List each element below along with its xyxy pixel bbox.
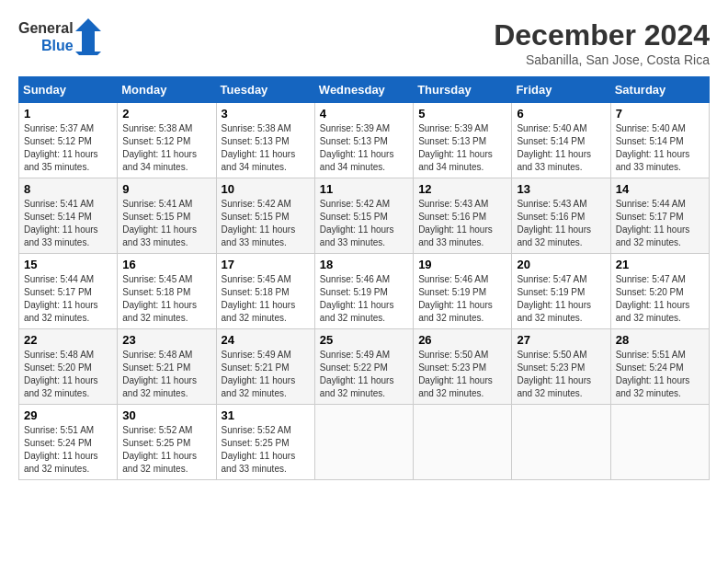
header-sunday: Sunday [19, 77, 118, 103]
table-cell: 2Sunrise: 5:38 AMSunset: 5:12 PMDaylight… [118, 103, 216, 178]
day-number: 20 [517, 258, 605, 271]
day-number: 6 [517, 107, 605, 121]
day-info: Sunrise: 5:39 AMSunset: 5:13 PMDaylight:… [320, 122, 408, 174]
table-cell [414, 405, 512, 480]
day-info: Sunrise: 5:40 AMSunset: 5:14 PMDaylight:… [517, 122, 605, 174]
table-cell: 30Sunrise: 5:52 AMSunset: 5:25 PMDayligh… [118, 405, 216, 480]
day-number: 2 [122, 107, 210, 121]
table-cell: 1Sunrise: 5:37 AMSunset: 5:12 PMDaylight… [19, 103, 118, 178]
day-info: Sunrise: 5:40 AMSunset: 5:14 PMDaylight:… [616, 122, 704, 174]
day-info: Sunrise: 5:41 AMSunset: 5:14 PMDaylight:… [24, 198, 112, 249]
day-number: 10 [222, 182, 310, 196]
header-thursday: Thursday [414, 77, 512, 103]
calendar-header-row: Sunday Monday Tuesday Wednesday Thursday… [19, 77, 710, 103]
table-cell: 5Sunrise: 5:39 AMSunset: 5:13 PMDaylight… [414, 103, 512, 178]
logo: General Blue [18, 18, 101, 55]
day-info: Sunrise: 5:42 AMSunset: 5:15 PMDaylight:… [320, 198, 408, 249]
week-row-1: 1Sunrise: 5:37 AMSunset: 5:12 PMDaylight… [19, 103, 710, 178]
day-info: Sunrise: 5:44 AMSunset: 5:17 PMDaylight:… [616, 198, 704, 249]
day-number: 5 [418, 107, 506, 121]
day-info: Sunrise: 5:52 AMSunset: 5:25 PMDaylight:… [122, 424, 210, 476]
table-cell: 23Sunrise: 5:48 AMSunset: 5:21 PMDayligh… [118, 329, 216, 405]
day-number: 28 [616, 333, 704, 347]
day-number: 3 [222, 107, 310, 121]
day-info: Sunrise: 5:39 AMSunset: 5:13 PMDaylight:… [418, 122, 506, 174]
table-cell: 20Sunrise: 5:47 AMSunset: 5:19 PMDayligh… [512, 254, 610, 329]
day-number: 7 [616, 107, 704, 121]
day-number: 22 [24, 333, 112, 347]
day-number: 17 [222, 258, 310, 271]
table-cell: 8Sunrise: 5:41 AMSunset: 5:14 PMDaylight… [19, 178, 118, 254]
day-info: Sunrise: 5:43 AMSunset: 5:16 PMDaylight:… [517, 198, 605, 249]
day-number: 27 [517, 333, 605, 347]
day-number: 1 [24, 107, 112, 121]
week-row-4: 22Sunrise: 5:48 AMSunset: 5:20 PMDayligh… [19, 329, 710, 405]
table-cell: 15Sunrise: 5:44 AMSunset: 5:17 PMDayligh… [19, 254, 118, 329]
day-number: 11 [320, 182, 408, 196]
table-cell: 6Sunrise: 5:40 AMSunset: 5:14 PMDaylight… [512, 103, 610, 178]
svg-marker-0 [75, 18, 101, 55]
day-number: 9 [122, 182, 210, 196]
table-cell: 27Sunrise: 5:50 AMSunset: 5:23 PMDayligh… [512, 329, 610, 405]
day-info: Sunrise: 5:38 AMSunset: 5:13 PMDaylight:… [222, 122, 310, 174]
day-number: 30 [122, 408, 210, 422]
day-info: Sunrise: 5:43 AMSunset: 5:16 PMDaylight:… [418, 198, 506, 249]
day-number: 4 [320, 107, 408, 121]
day-number: 16 [122, 258, 210, 271]
day-number: 15 [24, 258, 112, 271]
day-info: Sunrise: 5:41 AMSunset: 5:15 PMDaylight:… [122, 198, 210, 249]
day-info: Sunrise: 5:49 AMSunset: 5:22 PMDaylight:… [320, 349, 408, 400]
day-info: Sunrise: 5:45 AMSunset: 5:18 PMDaylight:… [222, 273, 310, 325]
week-row-5: 29Sunrise: 5:51 AMSunset: 5:24 PMDayligh… [19, 405, 710, 480]
table-cell: 22Sunrise: 5:48 AMSunset: 5:20 PMDayligh… [19, 329, 118, 405]
table-cell: 11Sunrise: 5:42 AMSunset: 5:15 PMDayligh… [314, 178, 413, 254]
day-info: Sunrise: 5:48 AMSunset: 5:20 PMDaylight:… [24, 349, 112, 400]
table-cell: 18Sunrise: 5:46 AMSunset: 5:19 PMDayligh… [314, 254, 413, 329]
day-number: 25 [320, 333, 408, 347]
day-info: Sunrise: 5:52 AMSunset: 5:25 PMDaylight:… [222, 424, 310, 476]
day-number: 14 [616, 182, 704, 196]
day-number: 21 [616, 258, 704, 271]
header-wednesday: Wednesday [314, 77, 413, 103]
day-number: 13 [517, 182, 605, 196]
day-info: Sunrise: 5:44 AMSunset: 5:17 PMDaylight:… [24, 273, 112, 325]
day-info: Sunrise: 5:45 AMSunset: 5:18 PMDaylight:… [122, 273, 210, 325]
header-saturday: Saturday [610, 77, 709, 103]
table-cell: 29Sunrise: 5:51 AMSunset: 5:24 PMDayligh… [19, 405, 118, 480]
table-cell: 21Sunrise: 5:47 AMSunset: 5:20 PMDayligh… [610, 254, 709, 329]
table-cell: 25Sunrise: 5:49 AMSunset: 5:22 PMDayligh… [314, 329, 413, 405]
day-info: Sunrise: 5:38 AMSunset: 5:12 PMDaylight:… [122, 122, 210, 174]
day-number: 24 [222, 333, 310, 347]
day-number: 12 [418, 182, 506, 196]
day-info: Sunrise: 5:51 AMSunset: 5:24 PMDaylight:… [616, 349, 704, 400]
table-cell: 4Sunrise: 5:39 AMSunset: 5:13 PMDaylight… [314, 103, 413, 178]
day-info: Sunrise: 5:50 AMSunset: 5:23 PMDaylight:… [517, 349, 605, 400]
table-cell: 19Sunrise: 5:46 AMSunset: 5:19 PMDayligh… [414, 254, 512, 329]
day-number: 18 [320, 258, 408, 271]
table-cell: 3Sunrise: 5:38 AMSunset: 5:13 PMDaylight… [216, 103, 314, 178]
day-number: 23 [122, 333, 210, 347]
table-cell: 26Sunrise: 5:50 AMSunset: 5:23 PMDayligh… [414, 329, 512, 405]
day-number: 31 [222, 408, 310, 422]
day-number: 19 [418, 258, 506, 271]
day-info: Sunrise: 5:47 AMSunset: 5:20 PMDaylight:… [616, 273, 704, 325]
table-cell: 7Sunrise: 5:40 AMSunset: 5:14 PMDaylight… [610, 103, 709, 178]
page-header: General Blue December 2024 Sabanilla, Sa… [18, 18, 710, 67]
table-cell [610, 405, 709, 480]
table-cell: 24Sunrise: 5:49 AMSunset: 5:21 PMDayligh… [216, 329, 314, 405]
table-cell: 17Sunrise: 5:45 AMSunset: 5:18 PMDayligh… [216, 254, 314, 329]
day-info: Sunrise: 5:49 AMSunset: 5:21 PMDaylight:… [222, 349, 310, 400]
title-section: December 2024 Sabanilla, San Jose, Costa… [494, 18, 710, 67]
day-number: 8 [24, 182, 112, 196]
table-cell: 28Sunrise: 5:51 AMSunset: 5:24 PMDayligh… [610, 329, 709, 405]
week-row-2: 8Sunrise: 5:41 AMSunset: 5:14 PMDaylight… [19, 178, 710, 254]
calendar-table: Sunday Monday Tuesday Wednesday Thursday… [18, 76, 710, 480]
day-info: Sunrise: 5:51 AMSunset: 5:24 PMDaylight:… [24, 424, 112, 476]
table-cell: 16Sunrise: 5:45 AMSunset: 5:18 PMDayligh… [118, 254, 216, 329]
table-cell: 12Sunrise: 5:43 AMSunset: 5:16 PMDayligh… [414, 178, 512, 254]
header-tuesday: Tuesday [216, 77, 314, 103]
day-info: Sunrise: 5:48 AMSunset: 5:21 PMDaylight:… [122, 349, 210, 400]
day-info: Sunrise: 5:37 AMSunset: 5:12 PMDaylight:… [24, 122, 112, 174]
table-cell: 9Sunrise: 5:41 AMSunset: 5:15 PMDaylight… [118, 178, 216, 254]
day-info: Sunrise: 5:46 AMSunset: 5:19 PMDaylight:… [418, 273, 506, 325]
